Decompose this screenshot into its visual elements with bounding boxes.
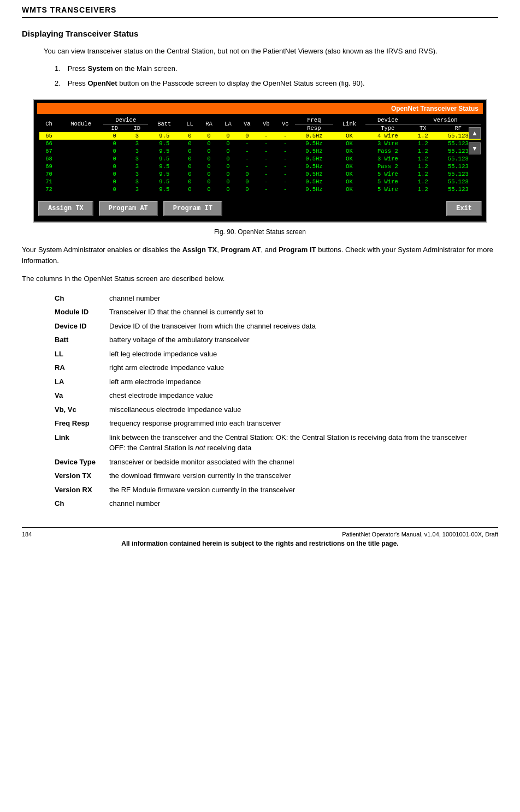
definition-row: Module IDTransceiver ID that the channel… (55, 305, 487, 319)
table-cell: 0 (218, 163, 238, 170)
definition-desc: battery voltage of the ambulatory transc… (109, 333, 487, 347)
table-cell: 3 (126, 178, 148, 186)
scroll-buttons: ▲ ▼ (469, 127, 481, 154)
screen-table-wrapper: Ch Module Device Batt LL RA LA Va Vb Vc … (37, 115, 483, 194)
table-cell: 0 (218, 186, 238, 193)
opennet-header-label: OpenNet Transceiver Status (391, 105, 478, 112)
table-cell: 66 (39, 140, 58, 147)
definition-row: Freq Respfrequency response programmed i… (55, 416, 487, 431)
table-cell: 1.2 (410, 178, 436, 186)
definition-row: Vachest electrode impedance value (55, 389, 487, 403)
table-cell: 1.2 (410, 140, 436, 147)
table-cell: 65 (39, 132, 58, 140)
table-cell: - (257, 132, 276, 140)
table-cell (58, 132, 103, 140)
table-cell: 55.123 (436, 163, 481, 170)
table-cell: - (276, 132, 295, 140)
table-row: 71039.50000--0.5HzOK5 Wire1.255.123 (39, 178, 481, 186)
table-cell: 55.123 (436, 170, 481, 178)
definition-row: Vb, Vcmiscellaneous electrode impedance … (55, 403, 487, 417)
table-cell: 9.5 (148, 186, 180, 193)
scroll-up-button[interactable]: ▲ (469, 127, 481, 139)
definition-term: Ch (55, 291, 109, 306)
table-cell: 70 (39, 170, 58, 178)
table-cell: 3 (126, 140, 148, 147)
definition-term: Va (55, 389, 109, 403)
table-row: 66039.5000---0.5HzOK3 Wire1.255.123 (39, 140, 481, 147)
table-cell: 71 (39, 178, 58, 186)
table-cell: 0.5Hz (295, 140, 333, 147)
table-cell: 0.5Hz (295, 170, 333, 178)
col-freq-group: Freq (295, 116, 333, 124)
table-row: 70039.50000--0.5HzOK5 Wire1.255.123 (39, 170, 481, 178)
body-paragraph-1: Your System Administrator enables or dis… (22, 244, 498, 267)
definition-term: Link (55, 431, 109, 455)
table-cell: - (257, 186, 276, 193)
table-cell: 0 (218, 140, 238, 147)
definition-desc: right arm electrode impedance value (109, 361, 487, 375)
table-cell: 67 (39, 147, 58, 155)
col-version-tx: TX (410, 124, 436, 132)
col-vc: Vc (276, 116, 295, 132)
table-cell: - (276, 155, 295, 163)
table-cell: - (276, 147, 295, 155)
definition-term: Freq Resp (55, 416, 109, 431)
scroll-down-button[interactable]: ▼ (469, 142, 481, 154)
table-cell: 1.2 (410, 170, 436, 178)
definition-row: Device Typetransceiver or bedside monito… (55, 455, 487, 469)
table-cell: 0 (180, 140, 199, 147)
table-cell: 0 (218, 147, 238, 155)
table-cell: 9.5 (148, 170, 180, 178)
step-2-text: Press OpenNet button on the Passcode scr… (68, 79, 365, 87)
col-device-group: Device (103, 116, 148, 124)
table-cell: - (257, 170, 276, 178)
table-cell (58, 163, 103, 170)
table-cell: OK (333, 140, 365, 147)
table-cell: 0.5Hz (295, 155, 333, 163)
col-ll: LL (180, 116, 199, 132)
table-cell (58, 140, 103, 147)
table-body: 65039.50000--0.5HzOK4 Wire1.255.12366039… (39, 132, 481, 193)
table-cell: 0 (199, 140, 218, 147)
col-dev-id2: ID (126, 124, 148, 132)
table-cell: 0 (199, 163, 218, 170)
program-at-button[interactable]: Program AT (99, 201, 158, 216)
table-cell: 0 (180, 155, 199, 163)
table-cell: 0.5Hz (295, 186, 333, 193)
table-cell: 4 Wire (365, 132, 410, 140)
table-cell: - (276, 163, 295, 170)
table-cell: OK (333, 170, 365, 178)
table-cell: 1.2 (410, 186, 436, 193)
definition-term: Version RX (55, 483, 109, 497)
table-cell: 1.2 (410, 163, 436, 170)
table-cell: 3 (126, 132, 148, 140)
definition-term: Vb, Vc (55, 403, 109, 417)
table-cell: - (276, 170, 295, 178)
table-cell: 0 (218, 178, 238, 186)
definition-row: Version TXthe download firmware version … (55, 469, 487, 483)
table-cell: - (257, 178, 276, 186)
program-it-button[interactable]: Program IT (163, 201, 222, 216)
figure-container: OpenNet Transceiver Status Ch Module Dev… (33, 99, 487, 223)
assign-tx-button[interactable]: Assign TX (38, 201, 93, 216)
table-cell (58, 147, 103, 155)
table-cell: - (276, 178, 295, 186)
table-cell (58, 155, 103, 163)
footer: 184 PatientNet Operator's Manual, v1.04,… (22, 527, 498, 547)
definition-desc: channel number (109, 291, 487, 306)
table-cell: 0 (218, 155, 238, 163)
definition-row: Device IDDevice ID of the transceiver fr… (55, 319, 487, 333)
table-cell: 9.5 (148, 155, 180, 163)
table-cell: 3 (126, 147, 148, 155)
exit-button[interactable]: Exit (446, 201, 482, 216)
col-va: Va (238, 116, 257, 132)
table-cell: Pass 2 (365, 147, 410, 155)
table-cell: OK (333, 155, 365, 163)
table-cell: 0 (199, 170, 218, 178)
definitions-table: Chchannel numberModule IDTransceiver ID … (55, 291, 487, 511)
table-cell: 0 (103, 147, 126, 155)
table-header: Ch Module Device Batt LL RA LA Va Vb Vc … (39, 116, 481, 132)
table-cell: 9.5 (148, 132, 180, 140)
table-cell: 9.5 (148, 178, 180, 186)
body-text-1: Your System Administrator enables or dis… (22, 246, 182, 254)
